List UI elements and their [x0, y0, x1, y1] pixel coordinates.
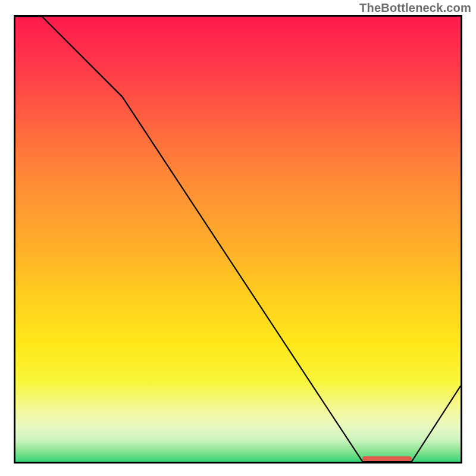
chart-container: TheBottleneck.com [0, 0, 476, 476]
attribution-text: TheBottleneck.com [359, 1, 471, 15]
curve-svg [15, 17, 461, 462]
plot-area [14, 15, 462, 464]
optimal-range-marker [362, 456, 411, 461]
bottleneck-curve [15, 17, 461, 462]
